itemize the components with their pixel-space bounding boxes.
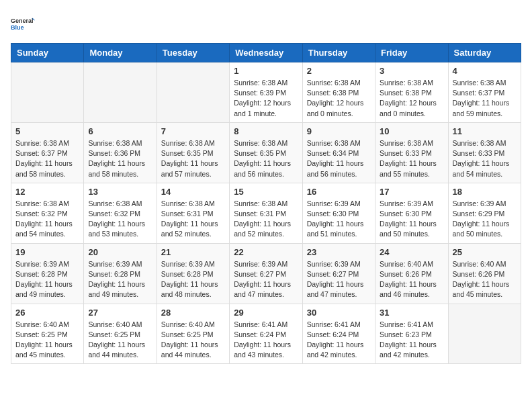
calendar-cell: 7Sunrise: 6:38 AM Sunset: 6:35 PM Daylig… — [157, 122, 229, 183]
calendar-cell: 21Sunrise: 6:39 AM Sunset: 6:28 PM Dayli… — [157, 243, 229, 304]
day-info: Sunrise: 6:40 AM Sunset: 6:26 PM Dayligh… — [380, 259, 443, 300]
day-number: 28 — [161, 308, 225, 318]
day-number: 19 — [15, 247, 79, 257]
day-info: Sunrise: 6:38 AM Sunset: 6:31 PM Dayligh… — [161, 199, 225, 240]
day-info: Sunrise: 6:41 AM Sunset: 6:24 PM Dayligh… — [307, 320, 371, 361]
day-info: Sunrise: 6:38 AM Sunset: 6:32 PM Dayligh… — [15, 199, 79, 240]
calendar-cell: 4Sunrise: 6:38 AM Sunset: 6:37 PM Daylig… — [448, 62, 521, 123]
calendar-cell — [11, 62, 84, 123]
day-number: 20 — [88, 247, 152, 257]
calendar-cell: 25Sunrise: 6:40 AM Sunset: 6:26 PM Dayli… — [448, 243, 521, 304]
day-info: Sunrise: 6:39 AM Sunset: 6:28 PM Dayligh… — [15, 259, 79, 300]
day-info: Sunrise: 6:39 AM Sunset: 6:27 PM Dayligh… — [234, 259, 298, 300]
calendar-cell: 20Sunrise: 6:39 AM Sunset: 6:28 PM Dayli… — [84, 243, 157, 304]
calendar-cell: 3Sunrise: 6:38 AM Sunset: 6:38 PM Daylig… — [375, 62, 448, 123]
header-wednesday: Wednesday — [230, 44, 302, 62]
day-info: Sunrise: 6:38 AM Sunset: 6:35 PM Dayligh… — [234, 138, 298, 179]
calendar-cell — [84, 62, 157, 123]
day-info: Sunrise: 6:38 AM Sunset: 6:31 PM Dayligh… — [234, 199, 298, 240]
day-info: Sunrise: 6:40 AM Sunset: 6:25 PM Dayligh… — [15, 320, 79, 361]
calendar-cell: 16Sunrise: 6:39 AM Sunset: 6:30 PM Dayli… — [302, 183, 375, 243]
day-info: Sunrise: 6:39 AM Sunset: 6:28 PM Dayligh… — [161, 259, 225, 300]
day-info: Sunrise: 6:38 AM Sunset: 6:32 PM Dayligh… — [88, 199, 152, 240]
calendar-cell: 30Sunrise: 6:41 AM Sunset: 6:24 PM Dayli… — [302, 304, 375, 364]
header-monday: Monday — [84, 44, 157, 62]
day-info: Sunrise: 6:38 AM Sunset: 6:36 PM Dayligh… — [88, 138, 152, 179]
day-info: Sunrise: 6:38 AM Sunset: 6:33 PM Dayligh… — [380, 138, 443, 179]
logo-icon: General Blue — [11, 11, 35, 38]
day-number: 22 — [234, 247, 298, 257]
calendar-week-1: 5Sunrise: 6:38 AM Sunset: 6:37 PM Daylig… — [11, 122, 521, 183]
day-info: Sunrise: 6:38 AM Sunset: 6:39 PM Dayligh… — [234, 78, 298, 119]
calendar-cell: 10Sunrise: 6:38 AM Sunset: 6:33 PM Dayli… — [375, 122, 448, 183]
day-info: Sunrise: 6:40 AM Sunset: 6:25 PM Dayligh… — [88, 320, 152, 361]
day-number: 26 — [15, 308, 79, 318]
calendar-week-2: 12Sunrise: 6:38 AM Sunset: 6:32 PM Dayli… — [11, 183, 521, 243]
day-number: 15 — [234, 187, 298, 197]
calendar-header-row: SundayMondayTuesdayWednesdayThursdayFrid… — [11, 44, 521, 62]
day-number: 23 — [307, 247, 371, 257]
calendar-cell: 8Sunrise: 6:38 AM Sunset: 6:35 PM Daylig… — [230, 122, 302, 183]
day-number: 2 — [307, 66, 371, 76]
day-info: Sunrise: 6:38 AM Sunset: 6:37 PM Dayligh… — [15, 138, 79, 179]
day-number: 30 — [307, 308, 371, 318]
calendar-cell: 18Sunrise: 6:39 AM Sunset: 6:29 PM Dayli… — [448, 183, 521, 243]
day-number: 7 — [161, 126, 225, 136]
day-number: 3 — [380, 66, 443, 76]
header-thursday: Thursday — [302, 44, 375, 62]
day-number: 31 — [380, 308, 443, 318]
header-sunday: Sunday — [11, 44, 84, 62]
calendar-cell: 17Sunrise: 6:39 AM Sunset: 6:30 PM Dayli… — [375, 183, 448, 243]
day-number: 29 — [234, 308, 298, 318]
day-info: Sunrise: 6:38 AM Sunset: 6:38 PM Dayligh… — [307, 78, 371, 119]
header-friday: Friday — [375, 44, 448, 62]
calendar-week-3: 19Sunrise: 6:39 AM Sunset: 6:28 PM Dayli… — [11, 243, 521, 304]
day-number: 4 — [453, 66, 517, 76]
calendar-cell: 19Sunrise: 6:39 AM Sunset: 6:28 PM Dayli… — [11, 243, 84, 304]
svg-text:Blue: Blue — [11, 24, 24, 31]
day-number: 13 — [88, 187, 152, 197]
day-number: 6 — [88, 126, 152, 136]
day-info: Sunrise: 6:38 AM Sunset: 6:34 PM Dayligh… — [307, 138, 371, 179]
day-number: 17 — [380, 187, 443, 197]
day-number: 14 — [161, 187, 225, 197]
day-info: Sunrise: 6:39 AM Sunset: 6:27 PM Dayligh… — [307, 259, 371, 300]
day-number: 24 — [380, 247, 443, 257]
day-number: 16 — [307, 187, 371, 197]
day-number: 21 — [161, 247, 225, 257]
header-tuesday: Tuesday — [157, 44, 229, 62]
day-number: 27 — [88, 308, 152, 318]
header-saturday: Saturday — [448, 44, 521, 62]
day-info: Sunrise: 6:40 AM Sunset: 6:25 PM Dayligh… — [161, 320, 225, 361]
day-number: 8 — [234, 126, 298, 136]
day-info: Sunrise: 6:39 AM Sunset: 6:30 PM Dayligh… — [307, 199, 371, 240]
calendar-cell: 6Sunrise: 6:38 AM Sunset: 6:36 PM Daylig… — [84, 122, 157, 183]
page-header: General Blue — [11, 11, 521, 38]
calendar-cell: 27Sunrise: 6:40 AM Sunset: 6:25 PM Dayli… — [84, 304, 157, 364]
day-number: 25 — [453, 247, 517, 257]
calendar-cell: 23Sunrise: 6:39 AM Sunset: 6:27 PM Dayli… — [302, 243, 375, 304]
day-info: Sunrise: 6:41 AM Sunset: 6:24 PM Dayligh… — [234, 320, 298, 361]
calendar-cell: 13Sunrise: 6:38 AM Sunset: 6:32 PM Dayli… — [84, 183, 157, 243]
calendar-table: SundayMondayTuesdayWednesdayThursdayFrid… — [11, 43, 521, 364]
calendar-cell: 2Sunrise: 6:38 AM Sunset: 6:38 PM Daylig… — [302, 62, 375, 123]
day-number: 18 — [453, 187, 517, 197]
logo: General Blue — [11, 11, 35, 38]
calendar-cell: 14Sunrise: 6:38 AM Sunset: 6:31 PM Dayli… — [157, 183, 229, 243]
calendar-cell: 24Sunrise: 6:40 AM Sunset: 6:26 PM Dayli… — [375, 243, 448, 304]
day-info: Sunrise: 6:38 AM Sunset: 6:33 PM Dayligh… — [453, 138, 517, 179]
calendar-cell: 1Sunrise: 6:38 AM Sunset: 6:39 PM Daylig… — [230, 62, 302, 123]
day-number: 11 — [453, 126, 517, 136]
day-info: Sunrise: 6:40 AM Sunset: 6:26 PM Dayligh… — [453, 259, 517, 300]
calendar-cell: 5Sunrise: 6:38 AM Sunset: 6:37 PM Daylig… — [11, 122, 84, 183]
day-info: Sunrise: 6:38 AM Sunset: 6:35 PM Dayligh… — [161, 138, 225, 179]
day-info: Sunrise: 6:41 AM Sunset: 6:23 PM Dayligh… — [380, 320, 443, 361]
day-number: 9 — [307, 126, 371, 136]
day-info: Sunrise: 6:39 AM Sunset: 6:28 PM Dayligh… — [88, 259, 152, 300]
day-number: 1 — [234, 66, 298, 76]
day-info: Sunrise: 6:38 AM Sunset: 6:37 PM Dayligh… — [453, 78, 517, 119]
calendar-cell — [157, 62, 229, 123]
calendar-cell: 28Sunrise: 6:40 AM Sunset: 6:25 PM Dayli… — [157, 304, 229, 364]
calendar-cell: 11Sunrise: 6:38 AM Sunset: 6:33 PM Dayli… — [448, 122, 521, 183]
calendar-cell: 31Sunrise: 6:41 AM Sunset: 6:23 PM Dayli… — [375, 304, 448, 364]
